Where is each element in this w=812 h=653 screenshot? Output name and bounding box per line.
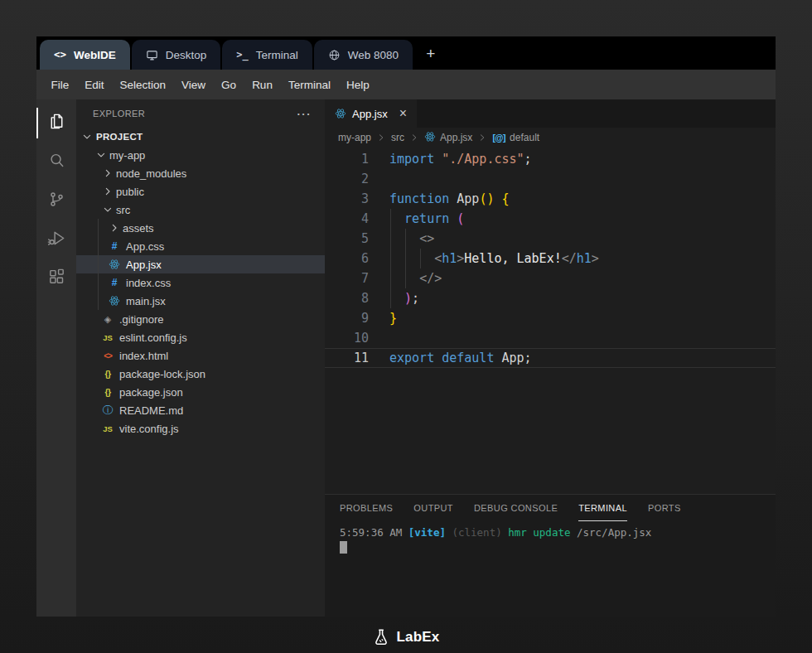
breadcrumb-item-my-app[interactable]: my-app <box>338 132 371 143</box>
bottom-panel: PROBLEMSOUTPUTDEBUG CONSOLETERMINALPORTS… <box>325 494 776 617</box>
browser-tab-label: Web 8080 <box>348 49 399 61</box>
extensions-icon <box>47 268 66 290</box>
editor-area: App.jsx × my-appsrcApp.jsx[@]default 1im… <box>325 99 776 617</box>
tree-item-public[interactable]: public <box>76 182 325 201</box>
tree-item-label: src <box>116 204 130 216</box>
indent-guide <box>420 249 421 268</box>
tree-item-app-css[interactable]: #App.css <box>76 237 325 255</box>
tree-item-gitignore[interactable]: ◈.gitignore <box>76 310 325 328</box>
tree-item-label: App.jsx <box>126 259 162 271</box>
symbol-module-icon: [@] <box>492 132 505 143</box>
code-line-content: <> <box>389 229 434 249</box>
desktop-icon <box>146 49 158 61</box>
breadcrumb-label: src <box>391 132 404 143</box>
activity-run-debug[interactable] <box>36 220 76 259</box>
tree-item-main-jsx[interactable]: main.jsx <box>76 292 325 310</box>
code-line-content: return ( <box>389 209 464 229</box>
tree-item-label: assets <box>123 222 154 235</box>
new-tab-button[interactable]: + <box>426 46 435 61</box>
activity-bar <box>36 99 76 617</box>
tree-item-label: node_modules <box>116 167 186 180</box>
tree-item-node-modules[interactable]: node_modules <box>76 164 325 182</box>
tree-item-package-lock-json[interactable]: {}package-lock.json <box>76 365 325 383</box>
breadcrumb-separator-icon <box>478 133 486 142</box>
menu-selection[interactable]: Selection <box>112 79 174 91</box>
code-editor[interactable]: 1import "./App.css";23function App() {4 … <box>325 148 776 494</box>
panel-tab-ports[interactable]: PORTS <box>648 495 681 521</box>
panel-tab-problems[interactable]: PROBLEMS <box>340 495 393 521</box>
line-number: 5 <box>325 229 369 249</box>
browser-tab-terminal[interactable]: >_Terminal <box>222 40 312 70</box>
tree-item-index-html[interactable]: <>index.html <box>76 346 325 365</box>
activity-source-control[interactable] <box>36 181 76 220</box>
breadcrumb-item-default[interactable]: [@]default <box>492 132 539 143</box>
json-icon: {} <box>101 387 114 397</box>
code-line-content: ); <box>389 288 419 308</box>
code-line-6: 6 <h1>Hello, LabEx!</h1> <box>325 249 776 268</box>
tree-item-app-jsx[interactable]: App.jsx <box>76 255 325 273</box>
tree-item-label: index.css <box>126 277 171 289</box>
run-debug-icon <box>47 229 66 251</box>
breadcrumb-item-app-jsx[interactable]: App.jsx <box>424 131 472 145</box>
indent-guide <box>98 273 99 292</box>
tree-item-label: main.jsx <box>126 295 166 307</box>
tree-item-assets[interactable]: assets <box>76 219 325 237</box>
breadcrumb-item-src[interactable]: src <box>391 132 404 143</box>
tree-item-label: vite.config.js <box>119 423 179 435</box>
files-icon <box>47 112 66 134</box>
menu-edit[interactable]: Edit <box>77 79 112 91</box>
activity-search[interactable] <box>36 143 76 181</box>
tree-item-label: package.json <box>119 386 183 399</box>
browser-tab-web-8080[interactable]: Web 8080 <box>314 40 413 70</box>
browser-tab-bar: <>WebIDEDesktop>_TerminalWeb 8080 + <box>36 36 776 70</box>
menu-bar: FileEditSelectionViewGoRunTerminalHelp <box>36 70 776 99</box>
code-line-content: export default App; <box>389 348 532 368</box>
tree-item-readme-md[interactable]: ⓘREADME.md <box>76 401 325 419</box>
chevron-right-icon <box>101 168 114 178</box>
line-number: 9 <box>325 308 369 328</box>
indent-guide <box>98 255 99 273</box>
editor-tab-app-jsx[interactable]: App.jsx × <box>325 99 417 128</box>
code-line-content: </> <box>389 268 442 288</box>
panel-tab-output[interactable]: OUTPUT <box>413 495 453 521</box>
terminal-output[interactable]: 5:59:36 AM [vite] (client) hmr update /s… <box>325 521 776 554</box>
breadcrumb-label: default <box>510 132 539 143</box>
line-number: 1 <box>325 149 369 169</box>
menu-file[interactable]: File <box>43 79 77 91</box>
line-number: 2 <box>325 169 369 189</box>
activity-explorer[interactable] <box>36 104 76 143</box>
menu-run[interactable]: Run <box>244 79 281 91</box>
browser-tab-webide[interactable]: <>WebIDE <box>40 40 130 70</box>
info-icon: ⓘ <box>101 405 114 416</box>
react-icon <box>108 295 121 307</box>
browser-tab-desktop[interactable]: Desktop <box>132 40 221 70</box>
tree-item-vite-config-js[interactable]: JSvite.config.js <box>76 419 325 438</box>
labex-flask-icon <box>372 628 390 646</box>
project-section-label: PROJECT <box>96 132 143 142</box>
tree-item-my-app[interactable]: my-app <box>76 146 325 164</box>
terminal-cursor <box>340 541 347 554</box>
tree-item-eslint-config-js[interactable]: JSeslint.config.js <box>76 328 325 346</box>
close-icon[interactable]: × <box>399 107 407 120</box>
panel-tab-terminal[interactable]: TERMINAL <box>578 495 627 521</box>
activity-extensions[interactable] <box>36 259 76 298</box>
tree-item-package-json[interactable]: {}package.json <box>76 383 325 401</box>
code-line-8: 8 ); <box>325 288 776 308</box>
editor-tab-strip: App.jsx × <box>325 99 776 128</box>
json-icon: {} <box>101 369 114 379</box>
project-section-header[interactable]: PROJECT <box>76 128 325 146</box>
breadcrumb-separator-icon <box>377 133 385 142</box>
more-actions-icon[interactable]: ··· <box>297 108 312 120</box>
react-icon <box>108 259 121 270</box>
panel-tab-debug-console[interactable]: DEBUG CONSOLE <box>474 495 558 521</box>
chevron-right-icon <box>101 186 114 196</box>
search-icon <box>47 151 66 173</box>
tree-item-src[interactable]: src <box>76 201 325 219</box>
line-number: 4 <box>325 209 369 229</box>
menu-terminal[interactable]: Terminal <box>280 79 338 91</box>
menu-help[interactable]: Help <box>338 79 377 91</box>
menu-go[interactable]: Go <box>214 79 244 91</box>
browser-tab-label: Terminal <box>256 49 298 61</box>
menu-view[interactable]: View <box>174 79 214 91</box>
tree-item-index-css[interactable]: #index.css <box>76 273 325 292</box>
